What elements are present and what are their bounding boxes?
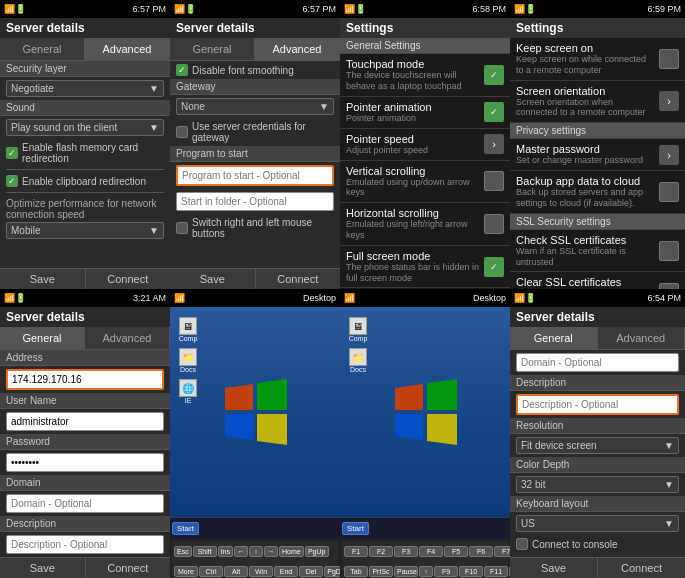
key-esc[interactable]: Esc bbox=[174, 546, 192, 557]
connect-button-2[interactable]: Connect bbox=[256, 269, 341, 289]
desktop-icon-1[interactable]: 🖥 Comp bbox=[174, 317, 202, 342]
sound-select[interactable]: Play sound on the client ▼ bbox=[6, 119, 164, 136]
tab-general-5[interactable]: General bbox=[0, 327, 85, 349]
key-alt[interactable]: Alt bbox=[224, 566, 248, 577]
settings-keep-screen-check[interactable] bbox=[659, 49, 679, 69]
key-f5[interactable]: F5 bbox=[444, 546, 468, 557]
tab-advanced-8[interactable]: Advanced bbox=[598, 327, 686, 349]
key-f1[interactable]: F1 bbox=[344, 546, 368, 557]
settings-pointer-anim-check[interactable]: ✓ bbox=[484, 102, 504, 122]
settings-touchpad-check[interactable]: ✓ bbox=[484, 65, 504, 85]
settings-touchpad[interactable]: Touchpad mode The device touchscreen wil… bbox=[340, 54, 510, 97]
key-f2[interactable]: F2 bbox=[369, 546, 393, 557]
key-pause[interactable]: Pause bbox=[394, 566, 418, 577]
server-creds-row[interactable]: Use server credentials for gateway bbox=[170, 118, 340, 146]
tab-advanced-1[interactable]: Advanced bbox=[85, 38, 170, 60]
tab-advanced-5[interactable]: Advanced bbox=[85, 327, 170, 349]
key-ctrl[interactable]: Ctrl bbox=[199, 566, 223, 577]
settings-pointer-speed-arrow[interactable]: › bbox=[484, 134, 504, 154]
desc-input[interactable] bbox=[6, 535, 164, 554]
key-ins[interactable]: Ins bbox=[218, 546, 233, 557]
flash-check-row[interactable]: ✓ Enable flash memory card redirection bbox=[0, 139, 170, 167]
clipboard-check-row[interactable]: ✓ Enable clipboard redirection bbox=[0, 172, 170, 190]
domain-input[interactable] bbox=[6, 494, 164, 513]
server-creds-checkbox[interactable] bbox=[176, 126, 188, 138]
security-select[interactable]: Negotiate ▼ bbox=[6, 80, 164, 97]
desktop-icon-2[interactable]: 📁 Docs bbox=[174, 348, 202, 373]
key-more[interactable]: More bbox=[174, 566, 198, 577]
key-f4[interactable]: F4 bbox=[419, 546, 443, 557]
desktop-icon-3[interactable]: 🌐 IE bbox=[174, 379, 202, 404]
tab-general-1[interactable]: General bbox=[0, 38, 85, 60]
key-f9[interactable]: F9 bbox=[434, 566, 458, 577]
key-prtsc[interactable]: PrtSc bbox=[369, 566, 393, 577]
console-checkbox[interactable] bbox=[516, 538, 528, 550]
settings-backup-check[interactable] bbox=[659, 182, 679, 202]
font-smooth-row[interactable]: ✓ Disable font smoothing bbox=[170, 61, 340, 79]
key-up-2[interactable]: ↑ bbox=[419, 566, 433, 577]
settings-screen-orient[interactable]: Screen orientation Screen orientation wh… bbox=[510, 81, 685, 124]
tab-general-8[interactable]: General bbox=[510, 327, 598, 349]
settings-pointer-anim[interactable]: Pointer animation Pointer animation ✓ bbox=[340, 97, 510, 129]
font-smooth-checkbox[interactable]: ✓ bbox=[176, 64, 188, 76]
folder-input[interactable] bbox=[176, 192, 334, 211]
password-input[interactable] bbox=[6, 453, 164, 472]
connect-button-1[interactable]: Connect bbox=[86, 269, 171, 289]
desc-input-8[interactable] bbox=[516, 394, 679, 415]
key-left[interactable]: ← bbox=[234, 546, 248, 557]
key-home[interactable]: Home bbox=[279, 546, 304, 557]
key-f10[interactable]: F10 bbox=[459, 566, 483, 577]
settings-clear-ssl[interactable]: Clear SSL certificates All the SSL certi… bbox=[510, 272, 685, 289]
settings-horiz-scroll[interactable]: Horizontal scrolling Emulated using left… bbox=[340, 203, 510, 246]
save-button-1[interactable]: Save bbox=[0, 269, 86, 289]
connect-button-5[interactable]: Connect bbox=[86, 558, 171, 578]
settings-pointer-speed[interactable]: Pointer speed Adjust pointer speed › bbox=[340, 129, 510, 161]
key-f7[interactable]: F7 bbox=[494, 546, 510, 557]
settings-fullscreen-check[interactable]: ✓ bbox=[484, 257, 504, 277]
key-del[interactable]: Del bbox=[299, 566, 323, 577]
key-right[interactable]: → bbox=[264, 546, 278, 557]
settings-horiz-scroll-check[interactable] bbox=[484, 214, 504, 234]
settings-backup[interactable]: Backup app data to cloud Back up stored … bbox=[510, 171, 685, 214]
username-input[interactable] bbox=[6, 412, 164, 431]
keyboard-select-8[interactable]: US ▼ bbox=[516, 515, 679, 532]
address-input[interactable] bbox=[6, 369, 164, 390]
key-shift[interactable]: Shift bbox=[193, 546, 217, 557]
key-win[interactable]: Win bbox=[249, 566, 273, 577]
program-input[interactable] bbox=[176, 165, 334, 186]
start-button[interactable]: Start bbox=[172, 522, 199, 535]
key-tab[interactable]: Tab bbox=[344, 566, 368, 577]
flash-checkbox[interactable]: ✓ bbox=[6, 147, 18, 159]
optimize-select[interactable]: Mobile ▼ bbox=[6, 222, 164, 239]
settings-check-ssl[interactable]: Check SSL certificates Warn if an SSL ce… bbox=[510, 230, 685, 273]
clipboard-checkbox[interactable]: ✓ bbox=[6, 175, 18, 187]
domain-input-8[interactable] bbox=[516, 353, 679, 372]
settings-master-pw[interactable]: Master password Set or change master pas… bbox=[510, 139, 685, 171]
settings-check-ssl-check[interactable] bbox=[659, 241, 679, 261]
key-pgdn[interactable]: PgDn bbox=[324, 566, 340, 577]
settings-master-pw-arrow[interactable]: › bbox=[659, 145, 679, 165]
console-check-row[interactable]: Connect to console bbox=[510, 535, 685, 553]
tab-advanced-2[interactable]: Advanced bbox=[255, 38, 340, 60]
switch-mouse-row[interactable]: Switch right and left mouse buttons bbox=[170, 214, 340, 242]
color-select-8[interactable]: 32 bit ▼ bbox=[516, 476, 679, 493]
save-button-2[interactable]: Save bbox=[170, 269, 256, 289]
save-button-8[interactable]: Save bbox=[510, 558, 598, 578]
connect-button-8[interactable]: Connect bbox=[598, 558, 685, 578]
key-f6[interactable]: F6 bbox=[469, 546, 493, 557]
settings-vert-scroll[interactable]: Vertical scrolling Emulated using up/dow… bbox=[340, 161, 510, 204]
key-f3[interactable]: F3 bbox=[394, 546, 418, 557]
res-select-8[interactable]: Fit device screen ▼ bbox=[516, 437, 679, 454]
start-button-7[interactable]: Start bbox=[342, 522, 369, 535]
switch-mouse-checkbox[interactable] bbox=[176, 222, 188, 234]
gateway-select[interactable]: None ▼ bbox=[176, 98, 334, 115]
settings-vert-scroll-check[interactable] bbox=[484, 171, 504, 191]
key-pgup[interactable]: PgUp bbox=[305, 546, 329, 557]
settings-fullscreen[interactable]: Full screen mode The phone status bar is… bbox=[340, 246, 510, 289]
tab-general-2[interactable]: General bbox=[170, 38, 255, 60]
desktop-icon-4[interactable]: 🖥 Comp bbox=[344, 317, 372, 342]
key-f11[interactable]: F11 bbox=[484, 566, 508, 577]
desktop-icon-5[interactable]: 📁 Docs bbox=[344, 348, 372, 373]
settings-keep-screen[interactable]: Keep screen on Keep screen on while conn… bbox=[510, 38, 685, 81]
key-end[interactable]: End bbox=[274, 566, 298, 577]
